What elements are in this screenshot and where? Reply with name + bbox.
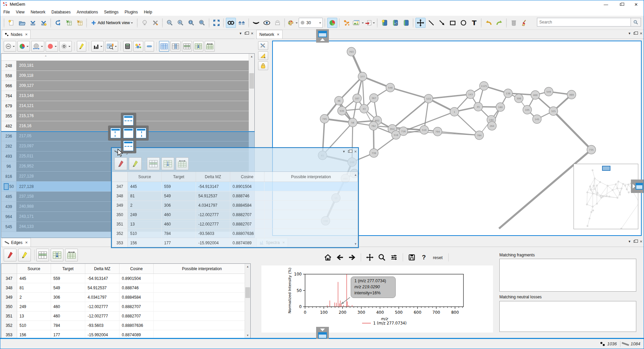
plot-help-button[interactable]: ?	[419, 252, 429, 262]
plot-zoom-button[interactable]	[377, 252, 387, 262]
tab-network[interactable]: Network ×	[256, 30, 283, 39]
column-header[interactable]: Delta MZ	[85, 264, 119, 273]
plot-back-button[interactable]	[335, 252, 345, 262]
column-header[interactable]: Cosine	[119, 264, 154, 273]
dock-float-icon[interactable]	[245, 32, 247, 35]
network-node[interactable]: 535	[338, 106, 346, 115]
pie-charts-toggle[interactable]	[327, 18, 337, 28]
maximize-button[interactable]	[613, 0, 629, 8]
import-metadata-button[interactable]	[64, 18, 74, 28]
line-tool[interactable]	[426, 18, 436, 28]
network-node[interactable]: 145	[533, 115, 541, 123]
view-databases-button[interactable]	[380, 18, 390, 28]
toolbar-handle[interactable]	[137, 18, 138, 27]
table-view-selected-button[interactable]	[36, 249, 49, 261]
toolbar-handle[interactable]	[50, 18, 52, 27]
dock-float-icon[interactable]	[634, 240, 636, 243]
column-header[interactable]: Source	[17, 264, 51, 273]
toolbar-handle[interactable]	[481, 18, 482, 27]
dock-right-target[interactable]	[136, 128, 146, 138]
dock-float-icon[interactable]	[634, 32, 636, 35]
show-items-toggle[interactable]	[262, 18, 272, 28]
highlight-nodes-button[interactable]	[77, 41, 86, 52]
network-node[interactable]: 58	[348, 118, 357, 127]
network-node[interactable]: 306	[514, 94, 523, 103]
dock-close-icon[interactable]: ×	[354, 149, 357, 154]
matching-fragments-box[interactable]	[499, 259, 636, 292]
network-edge[interactable]	[362, 77, 364, 109]
plot-save-button[interactable]	[407, 252, 417, 262]
open-project-button[interactable]	[17, 18, 27, 28]
network-node[interactable]: 180	[496, 103, 505, 111]
toolbar-handle[interactable]	[86, 18, 88, 27]
toolbar-handle[interactable]	[208, 18, 210, 27]
plot-pan-button[interactable]	[365, 252, 375, 262]
dock-top-target[interactable]	[123, 115, 134, 126]
settings-tools-button[interactable]	[150, 18, 160, 28]
table-resize-button[interactable]	[65, 249, 78, 261]
neutral-loss-button[interactable]	[4, 41, 16, 52]
column-header[interactable]: Target	[51, 264, 85, 273]
dock-bottom-target[interactable]	[123, 141, 134, 151]
add-network-view-button[interactable]: Add Network view	[89, 18, 135, 28]
edges-table-header[interactable]: SourceTargetDelta MZCosinePossible inter…	[1, 264, 250, 274]
import-group-mapping-button[interactable]	[75, 18, 85, 28]
zoom-fit-button[interactable]	[197, 18, 207, 28]
floating-edges-table-header[interactable]: SourceTargetDelta MZCosinePossible inter…	[112, 172, 358, 182]
network-node[interactable]: 739	[369, 149, 378, 157]
new-project-button[interactable]	[6, 18, 16, 28]
toolbar-handle[interactable]	[162, 18, 163, 27]
minimap-viewport[interactable]	[602, 166, 610, 171]
tips-button[interactable]	[140, 18, 150, 28]
network-node[interactable]: 794	[433, 127, 442, 136]
network-node[interactable]: 377	[358, 72, 367, 81]
clear-annotations-button[interactable]	[519, 18, 530, 28]
network-node[interactable]: 46	[335, 96, 343, 105]
edges-table-row[interactable]: 352510784-93.56030.88807636	[112, 229, 358, 238]
tab-nodes[interactable]: Nodes ×	[2, 30, 31, 39]
delete-annotation-button[interactable]	[509, 18, 519, 28]
size-column-button[interactable]	[31, 41, 44, 52]
network-node[interactable]: 264	[488, 121, 496, 130]
table-sort-button[interactable]	[161, 157, 174, 170]
matching-neutral-losses-box[interactable]	[499, 301, 636, 332]
tab-close-icon[interactable]: ×	[25, 240, 28, 245]
network-edge[interactable]	[390, 88, 429, 99]
network-edge[interactable]	[454, 112, 479, 135]
search-button[interactable]	[631, 18, 641, 27]
nodes-table-row[interactable]: 679214,121	[1, 101, 249, 111]
scrollbar-thumb[interactable]	[245, 287, 250, 298]
search-input[interactable]	[537, 18, 631, 27]
plot-home-button[interactable]	[323, 252, 333, 262]
edges-table-row[interactable]: 3488154954.9125370.888746	[1, 283, 250, 293]
network-node[interactable]: 105	[523, 105, 532, 114]
scroll-down-icon[interactable]: ▼	[354, 242, 357, 246]
toolbar-handle[interactable]	[248, 18, 250, 27]
filter-button[interactable]	[145, 41, 154, 52]
network-ruler-button[interactable]	[258, 51, 268, 60]
network-node[interactable]: 762	[369, 121, 378, 130]
toolbar-handle[interactable]	[223, 18, 225, 27]
network-node[interactable]: 325	[549, 107, 558, 115]
network-node[interactable]: 469	[567, 90, 576, 99]
import-user-database-button[interactable]	[401, 18, 411, 28]
pin-column-button[interactable]	[59, 41, 72, 52]
network-node[interactable]: 510	[420, 126, 429, 134]
table-view-selected-button[interactable]	[182, 41, 192, 52]
menu-view[interactable]: View	[13, 9, 28, 15]
dock-top-hint[interactable]	[316, 29, 329, 43]
scroll-down-icon[interactable]: ▼	[245, 333, 250, 338]
query-databases-button[interactable]	[105, 41, 118, 52]
dock-center-target[interactable]	[123, 128, 134, 138]
export-data-button[interactable]	[365, 18, 375, 28]
highlight-yellow-button[interactable]	[129, 157, 142, 170]
network-node[interactable]: 367	[369, 94, 378, 102]
network-edge[interactable]	[392, 99, 429, 129]
color-column-button[interactable]	[46, 41, 58, 52]
nodes-table-row[interactable]: 248203,181	[1, 61, 249, 71]
download-databases-button[interactable]	[390, 18, 400, 28]
scroll-up-icon[interactable]: ▲	[354, 173, 357, 177]
edges-table-row[interactable]: 353156177-15.9920040.8874089	[112, 238, 358, 247]
edges-table-row[interactable]: 350249460-12.0027770.8882707	[112, 210, 358, 219]
highlight-red-button[interactable]	[4, 249, 16, 261]
